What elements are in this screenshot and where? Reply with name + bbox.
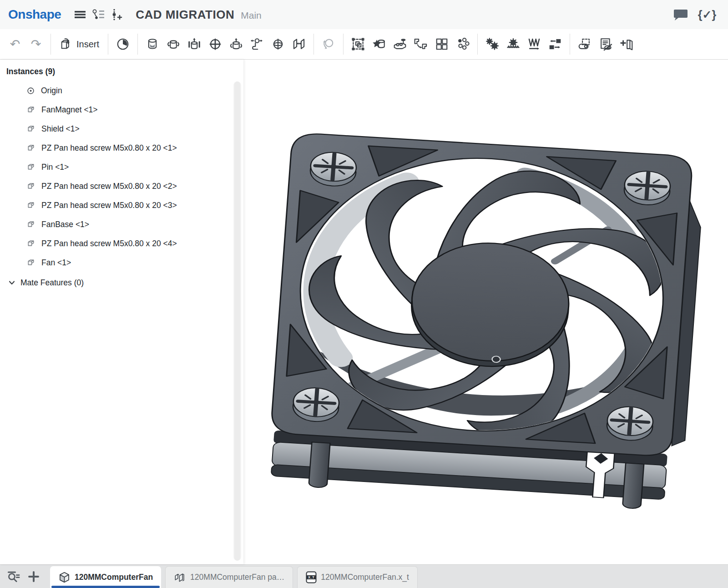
instance-row[interactable]: Fan <1> [0,253,243,272]
instance-row[interactable]: PZ Pan head screw M5x0.80 x 20 <1> [0,138,243,157]
versions-button[interactable] [89,5,107,24]
mate-connector-button[interactable] [389,33,410,56]
assembly-toolbar: ↶ ↷ Insert [0,29,728,60]
instance-label: Pin <1> [41,162,69,172]
planar-mate-button[interactable] [205,33,226,56]
redo-button[interactable]: ↷ [25,33,46,56]
viewport-3d[interactable] [243,60,728,564]
replicate-button[interactable] [410,33,431,56]
hub-pilot-hole [492,356,500,363]
undo-icon: ↶ [10,38,20,51]
screw-relation-icon [527,37,541,51]
instance-row-origin[interactable]: Origin [0,81,243,100]
versions-code-button[interactable]: {✓} [694,5,720,24]
insert-button[interactable]: Insert [55,33,104,56]
tab-xt-file[interactable]: X_T 120MMComputerFan.x_t [297,566,418,588]
planar-mate-icon [208,37,222,51]
main-menu-button[interactable] [71,5,89,24]
tab-assembly[interactable]: 120MMComputerFan [50,566,161,588]
instance-row[interactable]: PZ Pan head screw M5x0.80 x 20 <2> [0,177,243,196]
insert-version-button[interactable] [107,5,126,24]
search-tabs-button[interactable] [4,566,24,587]
version-tree-icon [91,9,105,20]
pin-slot-mate-button[interactable] [247,33,268,56]
toolbar-separator [343,34,344,55]
parallel-mate-icon [292,37,306,51]
bom-button[interactable] [595,33,616,56]
pin-slot-mate-icon [250,37,264,51]
toolbar-separator [108,34,108,55]
slider-mate-button[interactable] [184,33,205,56]
linear-pattern-icon [435,37,449,51]
feature-button[interactable] [369,33,389,56]
part-icon [26,201,35,210]
hamburger-icon [74,9,86,20]
instance-row[interactable]: Shield <1> [0,119,243,138]
screw-relation-button[interactable] [524,33,545,56]
onshape-logo[interactable]: Onshape [8,7,61,22]
linear-pattern-button[interactable] [431,33,452,56]
instance-label: PZ Pan head screw M5x0.80 x 20 <1> [41,143,177,153]
replicate-icon [413,37,429,51]
undo-button[interactable]: ↶ [5,33,25,56]
assembly-icon [58,571,71,583]
tangent-icon [577,37,592,51]
fastened-mate-button[interactable] [142,33,163,56]
rotate-button[interactable] [318,33,339,56]
insert-icon [60,38,72,51]
document-title: CAD MIGRATION [136,8,234,22]
ball-mate-button[interactable] [268,33,288,56]
fan-pin[interactable] [308,442,330,488]
linear-relation-icon [548,37,562,51]
comments-button[interactable] [672,5,690,24]
instance-row[interactable]: PZ Pan head screw M5x0.80 x 20 <3> [0,196,243,215]
scrollbar-thumb[interactable] [234,81,240,561]
instance-row[interactable]: PZ Pan head screw M5x0.80 x 20 <4> [0,234,243,253]
instances-header: Instances (9) [0,60,243,81]
group-button[interactable] [348,33,369,56]
gear-relation-icon [485,37,500,51]
add-instance-icon [619,37,634,51]
rack-pinion-button[interactable] [503,33,524,56]
add-instance-button[interactable] [616,33,637,56]
workspace-name[interactable]: Main [241,10,262,21]
fan-3d-model[interactable] [247,110,711,564]
parallel-mate-button[interactable] [288,33,309,56]
ball-mate-icon [271,37,285,51]
part-icon [26,162,35,172]
cylindrical-mate-button[interactable] [226,33,247,56]
add-tab-button[interactable] [24,566,44,587]
toolbar-separator [570,34,570,55]
gear-relation-button[interactable] [482,33,503,56]
part-icon [26,220,35,229]
part-icon [26,258,35,267]
instances-panel: Instances (9) Origin FanMagnet <1> Shiel… [0,60,243,564]
revolute-mate-button[interactable] [163,33,184,56]
chat-bubble-icon [673,8,688,21]
group-icon [351,37,365,51]
mate-features-row[interactable]: Mate Features (0) [0,273,243,292]
circular-pattern-button[interactable] [452,33,473,56]
linear-relation-button[interactable] [545,33,566,56]
instance-label: PZ Pan head screw M5x0.80 x 20 <3> [41,201,177,210]
part-icon [26,143,35,152]
instance-row[interactable]: Pin <1> [0,157,243,177]
fan-pin[interactable] [622,463,644,509]
part-icon [26,105,35,114]
fastened-mate-icon [146,37,159,51]
toolbar-separator [51,34,51,55]
xt-file-icon: X_T [306,571,317,583]
sidebar-scrollbar[interactable] [233,81,241,561]
cylindrical-mate-icon [229,37,243,51]
instance-row[interactable]: FanBase <1> [0,215,243,234]
tangent-button[interactable] [574,33,595,56]
part-icon [26,182,35,191]
xt-badge-text: X_T [308,575,314,579]
chevron-down-icon [7,278,16,287]
instance-row[interactable]: FanMagnet <1> [0,100,243,119]
document-tab-bar: 120MMComputerFan 120MMComputerFan pa… X_… [0,564,728,588]
instance-label: PZ Pan head screw M5x0.80 x 20 <2> [41,182,177,191]
tab-label: 120MMComputerFan.x_t [321,573,409,582]
named-positions-button[interactable] [112,33,133,56]
tab-part-studio[interactable]: 120MMComputerFan pa… [165,566,293,588]
